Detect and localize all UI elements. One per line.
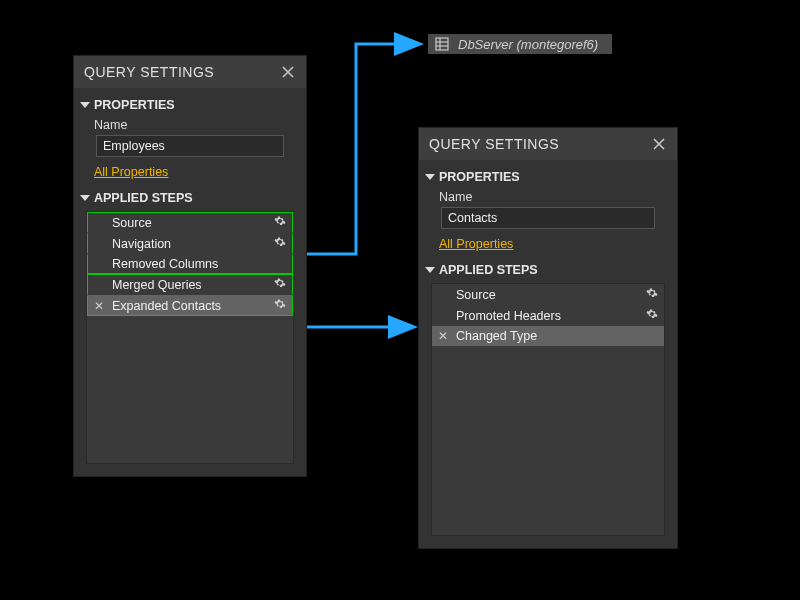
gear-icon[interactable]	[646, 308, 658, 323]
properties-label: PROPERTIES	[94, 98, 175, 112]
properties-section-header[interactable]: PROPERTIES	[82, 98, 298, 112]
caret-down-icon	[425, 267, 435, 273]
applied-step-row[interactable]: Promoted Headers	[432, 305, 664, 326]
panel-title: QUERY SETTINGS	[84, 64, 214, 80]
applied-steps-section-header[interactable]: APPLIED STEPS	[82, 191, 298, 205]
svg-rect-1	[436, 38, 448, 50]
step-label: Expanded Contacts	[112, 299, 274, 313]
properties-label: PROPERTIES	[439, 170, 520, 184]
caret-down-icon	[80, 195, 90, 201]
applied-step-row[interactable]: Merged Queries	[87, 274, 293, 295]
applied-step-row[interactable]: ✕Changed Type	[432, 326, 664, 346]
applied-steps-label: APPLIED STEPS	[94, 191, 193, 205]
query-name-input[interactable]	[96, 135, 284, 157]
db-server-label: DbServer (montegoref6)	[458, 37, 598, 52]
applied-step-row[interactable]: ✕Expanded Contacts	[87, 295, 293, 316]
name-label: Name	[94, 118, 298, 132]
applied-steps-section-header[interactable]: APPLIED STEPS	[427, 263, 669, 277]
gear-icon[interactable]	[646, 287, 658, 302]
gear-icon[interactable]	[274, 298, 286, 313]
panel-header: QUERY SETTINGS	[74, 56, 306, 88]
step-label: Source	[112, 216, 274, 230]
applied-steps-list: SourceNavigationRemoved ColumnsMerged Qu…	[86, 211, 294, 464]
all-properties-link[interactable]: All Properties	[94, 165, 298, 179]
step-label: Promoted Headers	[456, 309, 646, 323]
applied-step-row[interactable]: Source	[87, 212, 293, 233]
applied-steps-list: SourcePromoted Headers✕Changed Type	[431, 283, 665, 536]
applied-step-row[interactable]: Removed Columns	[87, 254, 293, 274]
step-label: Source	[456, 288, 646, 302]
panel-title: QUERY SETTINGS	[429, 136, 559, 152]
gear-icon[interactable]	[274, 215, 286, 230]
panel-body: PROPERTIES Name All Properties APPLIED S…	[74, 88, 306, 476]
close-button[interactable]	[280, 64, 296, 80]
applied-steps-label: APPLIED STEPS	[439, 263, 538, 277]
gear-icon[interactable]	[274, 236, 286, 251]
gear-icon[interactable]	[274, 277, 286, 292]
step-label: Removed Columns	[112, 257, 286, 271]
query-name-input[interactable]	[441, 207, 655, 229]
query-settings-panel-right: QUERY SETTINGS PROPERTIES Name All Prope…	[418, 127, 678, 549]
step-label: Navigation	[112, 237, 274, 251]
caret-down-icon	[80, 102, 90, 108]
close-button[interactable]	[651, 136, 667, 152]
query-settings-panel-left: QUERY SETTINGS PROPERTIES Name All Prope…	[73, 55, 307, 477]
step-label: Merged Queries	[112, 278, 274, 292]
delete-step-icon[interactable]: ✕	[92, 299, 106, 313]
applied-step-row[interactable]: Navigation	[87, 233, 293, 254]
database-icon	[434, 36, 450, 52]
applied-step-row[interactable]: Source	[432, 284, 664, 305]
step-label: Changed Type	[456, 329, 658, 343]
delete-step-icon[interactable]: ✕	[436, 329, 450, 343]
properties-section-header[interactable]: PROPERTIES	[427, 170, 669, 184]
caret-down-icon	[425, 174, 435, 180]
panel-header: QUERY SETTINGS	[419, 128, 677, 160]
name-label: Name	[439, 190, 669, 204]
all-properties-link[interactable]: All Properties	[439, 237, 669, 251]
db-server-chip[interactable]: DbServer (montegoref6)	[428, 34, 612, 54]
panel-body: PROPERTIES Name All Properties APPLIED S…	[419, 160, 677, 548]
